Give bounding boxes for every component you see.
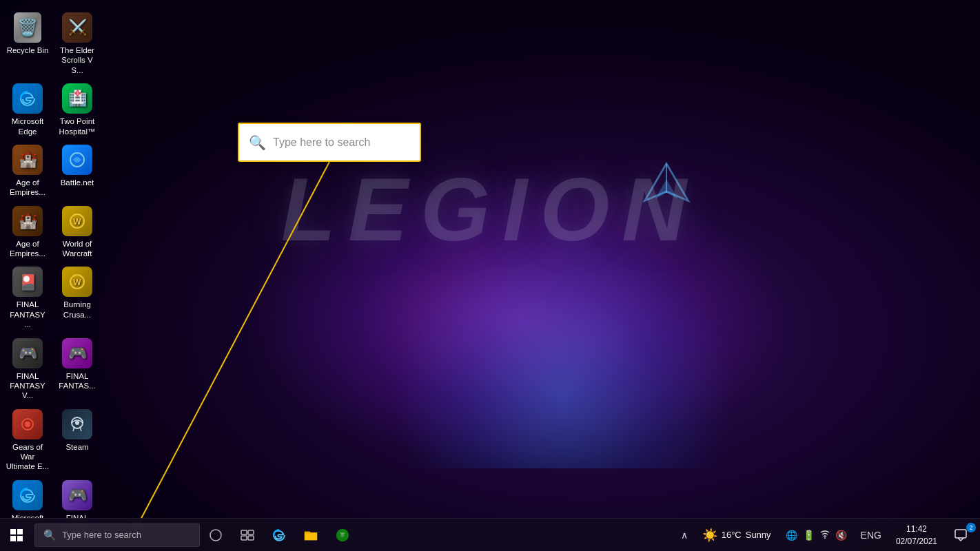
- svg-rect-17: [17, 536, 23, 541]
- ffxi-label: FINALFANTAS...: [59, 371, 95, 391]
- cortana-button[interactable]: [200, 519, 232, 552]
- taskbar-search-bar[interactable]: 🔍 Type here to search: [34, 523, 200, 547]
- edge-icon-2: [12, 480, 43, 510]
- svg-point-18: [210, 530, 221, 541]
- desktop: LEGION 🔍 Type here to search 🗑️ Recycle …: [0, 0, 980, 551]
- svg-rect-15: [17, 529, 23, 534]
- desktop-icon-steam[interactable]: Steam: [52, 405, 102, 476]
- gears-icon: [12, 409, 43, 439]
- legion-logo: [635, 154, 697, 216]
- wow-label: World ofWarcraft: [62, 239, 92, 259]
- svg-marker-0: [644, 164, 688, 201]
- notification-badge: 2: [966, 523, 976, 532]
- svg-point-24: [340, 533, 345, 537]
- start-button[interactable]: [0, 519, 33, 552]
- svg-text:W: W: [73, 278, 81, 287]
- weather-widget[interactable]: ☀️ 16°C Sunny: [695, 519, 778, 551]
- elder-scrolls-label: The ElderScrolls V S...: [55, 45, 99, 75]
- svg-rect-21: [241, 536, 247, 540]
- svg-text:W: W: [73, 217, 81, 227]
- clock-date: 02/07/2021: [896, 535, 937, 548]
- aoe-icon-2: 🏰: [12, 206, 43, 236]
- search-overlay-bar[interactable]: 🔍 Type here to search: [238, 123, 421, 162]
- taskbar-clock[interactable]: 11:42 02/07/2021: [889, 519, 944, 551]
- battery-icon: 🔋: [801, 530, 817, 541]
- language-indicator[interactable]: ENG: [855, 519, 888, 551]
- aoe-icon-1: 🏰: [12, 145, 43, 175]
- steam-label: Steam: [65, 442, 88, 452]
- wow-icon: W: [62, 206, 92, 236]
- desktop-icon-aoe-2[interactable]: 🏰 Age ofEmpires...: [3, 202, 52, 263]
- clock-time: 11:42: [906, 523, 927, 535]
- battlenet-icon: [62, 145, 92, 175]
- network-icon: 🌐: [784, 530, 799, 541]
- wifi-icon: [818, 529, 832, 541]
- taskbar-search-icon: 🔍: [43, 529, 57, 541]
- taskbar-xbox-button[interactable]: [327, 519, 358, 552]
- weather-sun-icon: ☀️: [702, 528, 717, 543]
- volume-icon: 🔇: [833, 530, 849, 541]
- desktop-icon-gears[interactable]: Gears of WarUltimate E...: [3, 405, 52, 476]
- desktop-icon-battlenet[interactable]: Battle.net: [52, 141, 102, 202]
- svg-rect-16: [10, 536, 16, 541]
- battlenet-label: Battle.net: [61, 178, 94, 187]
- taskbar-explorer-button[interactable]: [295, 519, 327, 552]
- steam-icon: [62, 409, 92, 439]
- search-overlay-icon: 🔍: [249, 134, 266, 151]
- ff-label-1: FINALFANTASY ...: [6, 300, 50, 329]
- aoe-label-2: Age ofEmpires...: [10, 239, 45, 259]
- two-point-icon: 🏥: [62, 83, 92, 114]
- svg-rect-20: [248, 530, 254, 534]
- desktop-icon-ffxi[interactable]: 🎮 FINALFANTAS...: [52, 334, 102, 405]
- weather-temp: 16°C: [722, 530, 742, 540]
- two-point-label: Two PointHospital™: [59, 116, 95, 136]
- taskbar-search-text: Type here to search: [62, 530, 141, 540]
- desktop-icon-wow[interactable]: W World ofWarcraft: [52, 202, 102, 263]
- burning-icon: W: [62, 267, 92, 297]
- svg-rect-19: [241, 530, 247, 534]
- desktop-icon-recycle-bin[interactable]: 🗑️ Recycle Bin: [3, 8, 52, 79]
- svg-line-3: [138, 162, 329, 525]
- ffxiv-icon: 🎮: [62, 480, 92, 510]
- legion-watermark: LEGION: [281, 158, 699, 261]
- taskbar: 🔍 Type here to search ∧: [0, 518, 980, 551]
- desktop-icon-edge-1[interactable]: MicrosoftEdge: [3, 79, 52, 141]
- desktop-icon-aoe-1[interactable]: 🏰 Age ofEmpires...: [3, 141, 52, 202]
- weather-condition: Sunny: [746, 530, 771, 540]
- ffv-icon: 🎮: [12, 338, 43, 368]
- taskbar-right-area: ∧ ☀️ 16°C Sunny 🌐 🔋 🔇 ENG: [675, 519, 980, 551]
- language-text: ENG: [859, 530, 884, 541]
- annotation-line: [0, 0, 980, 551]
- svg-rect-26: [955, 530, 966, 538]
- svg-point-11: [25, 422, 30, 427]
- desktop-icons-container: 🗑️ Recycle Bin ⚔️ The ElderScrolls V S..…: [0, 6, 105, 550]
- desktop-icon-elder-scrolls[interactable]: ⚔️ The ElderScrolls V S...: [52, 8, 102, 79]
- svg-point-13: [75, 421, 79, 425]
- burning-label: BurningCrusa...: [63, 300, 91, 320]
- taskbar-edge-button[interactable]: [263, 519, 295, 552]
- tray-overflow-button[interactable]: ∧: [675, 519, 694, 551]
- desktop-icon-ff-1[interactable]: 🎴 FINALFANTASY ...: [3, 262, 52, 333]
- edge-label-1: MicrosoftEdge: [12, 116, 44, 136]
- gears-label: Gears of WarUltimate E...: [6, 442, 50, 472]
- desktop-icon-burning[interactable]: W BurningCrusa...: [52, 262, 102, 333]
- desktop-icon-two-point[interactable]: 🏥 Two PointHospital™: [52, 79, 102, 141]
- svg-rect-22: [248, 536, 254, 540]
- ffxi-icon: 🎮: [62, 338, 92, 368]
- tray-overflow-icon: ∧: [679, 530, 690, 541]
- edge-icon-1: [12, 83, 43, 114]
- ff-icon-1: 🎴: [12, 267, 43, 297]
- ffv-label: FINALFANTASY V...: [6, 371, 50, 401]
- search-overlay-text: Type here to search: [273, 136, 370, 149]
- tray-icons-area[interactable]: 🌐 🔋 🔇: [779, 519, 853, 551]
- aoe-label-1: Age ofEmpires...: [10, 178, 45, 198]
- svg-point-25: [824, 537, 826, 539]
- svg-rect-14: [10, 529, 16, 534]
- recycle-bin-label: Recycle Bin: [7, 45, 49, 55]
- svg-marker-1: [655, 179, 677, 199]
- recycle-bin-icon: 🗑️: [14, 12, 41, 43]
- desktop-icon-ffv[interactable]: 🎮 FINALFANTASY V...: [3, 334, 52, 405]
- elder-scrolls-icon: ⚔️: [62, 12, 92, 43]
- notification-center-button[interactable]: 2: [946, 519, 976, 552]
- task-view-button[interactable]: [232, 519, 263, 552]
